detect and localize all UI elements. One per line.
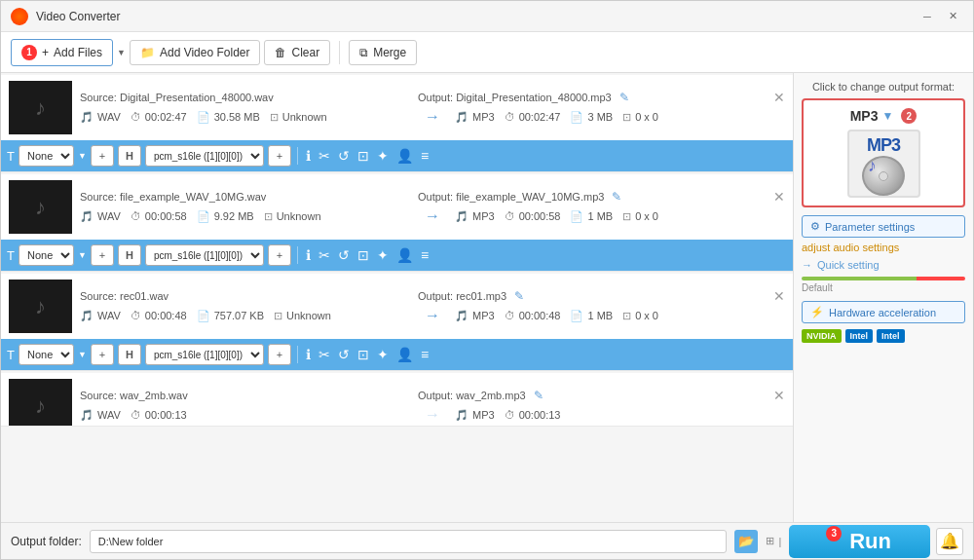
effect-dropdown-arrow[interactable]: ▼	[78, 350, 87, 359]
effects-icon[interactable]: ✦	[377, 148, 389, 164]
format-change-label: Click to change output format:	[802, 81, 965, 93]
edit-icon[interactable]: ✎	[619, 91, 629, 104]
subtitle-icon[interactable]: ≡	[421, 247, 429, 263]
encode-button[interactable]: H	[118, 244, 141, 266]
add-audio-button[interactable]: +	[268, 244, 291, 266]
output-size: 1 MB	[587, 310, 613, 321]
add-files-button[interactable]: 1 + Add Files	[11, 39, 113, 66]
cut-icon[interactable]: ✂	[318, 347, 330, 362]
close-button[interactable]: ✕	[942, 6, 963, 27]
minimize-button[interactable]: ─	[917, 6, 938, 27]
effect-select[interactable]: None	[19, 344, 74, 365]
clock-icon: ⏱	[131, 210, 141, 222]
mp3-icon: 🎵	[455, 409, 468, 422]
output-path-input[interactable]	[90, 530, 728, 553]
disc-icon: ♪	[862, 156, 905, 196]
add-video-folder-button[interactable]: 📁 Add Video Folder	[130, 40, 261, 65]
edit-icon[interactable]: ✎	[612, 190, 621, 204]
app-icon	[11, 8, 28, 25]
file-item: ♪ Source: file_example_WAV_10MG.wav Outp…	[1, 174, 793, 272]
add-audio-button[interactable]: +	[268, 344, 291, 365]
separator	[297, 147, 298, 165]
watermark-icon[interactable]: 👤	[396, 148, 413, 164]
merge-button[interactable]: ⧉ Merge	[349, 40, 417, 65]
source-label: Source: Digital_Presentation_48000.wav	[80, 92, 274, 103]
wav-icon: 🎵	[80, 210, 94, 223]
dims-icon: ⊡	[270, 111, 279, 124]
effect-dropdown-arrow[interactable]: ▼	[78, 250, 87, 260]
intel-badge: Intel	[845, 329, 874, 343]
clear-button[interactable]: 🗑 Clear	[264, 40, 330, 65]
clock-icon-out: ⏱	[505, 111, 515, 123]
rotate-icon[interactable]: ↺	[338, 347, 350, 362]
format-dropdown-icon[interactable]: ▼	[881, 109, 893, 123]
add-effect-button[interactable]: +	[91, 145, 114, 167]
bottom-icon-2[interactable]: |	[778, 536, 781, 547]
encode-button[interactable]: H	[118, 344, 141, 365]
subtitle-icon[interactable]: ≡	[421, 148, 429, 164]
source-size: 9.92 MB	[214, 210, 254, 222]
text-icon: T	[7, 248, 15, 263]
quick-setting-label: Quick setting	[817, 259, 880, 271]
clock-icon-out: ⏱	[505, 409, 515, 421]
remove-file-button[interactable]: ✕	[773, 90, 785, 105]
alarm-button[interactable]: 🔔	[936, 528, 963, 555]
effects-icon[interactable]: ✦	[377, 347, 389, 362]
output-label: Output: rec01.mp3	[418, 290, 506, 302]
parameter-settings-button[interactable]: ⚙ Parameter settings	[802, 215, 965, 238]
mp3-icon: 🎵	[455, 310, 468, 322]
source-format: WAV	[97, 310, 121, 321]
out-size-icon: 📄	[570, 310, 583, 322]
info-icon[interactable]: ℹ	[306, 247, 311, 263]
output-dims: 0 x 0	[635, 210, 658, 222]
edit-icon[interactable]: ✎	[534, 389, 543, 402]
file-list: ♪ Source: Digital_Presentation_48000.wav…	[1, 73, 793, 522]
audio-codec-select[interactable]: pcm_s16le ([1][0][0])	[145, 244, 264, 266]
toolbar-separator	[339, 41, 340, 64]
source-dims: Unknown	[282, 111, 327, 123]
output-duration: 00:02:47	[519, 111, 561, 123]
watermark-icon[interactable]: 👤	[396, 347, 413, 362]
rotate-icon[interactable]: ↺	[338, 247, 350, 263]
controls-bar: T None ▼ + H pcm_s16le ([1][0][0]) + ℹ ✂…	[1, 240, 793, 271]
crop-icon[interactable]: ⊡	[357, 148, 369, 164]
out-dims-icon: ⊡	[622, 111, 631, 124]
audio-codec-select[interactable]: pcm_s16le ([1][0][0])	[145, 344, 264, 365]
add-audio-button[interactable]: +	[268, 145, 291, 167]
wav-icon: 🎵	[80, 409, 94, 422]
audio-codec-select[interactable]: pcm_s16le ([1][0][0])	[145, 145, 264, 167]
quick-setting-link[interactable]: → Quick setting	[802, 259, 965, 271]
rotate-icon[interactable]: ↺	[338, 148, 350, 164]
subtitle-icon[interactable]: ≡	[421, 347, 429, 362]
quality-slider[interactable]	[802, 277, 965, 280]
info-icon[interactable]: ℹ	[306, 148, 311, 164]
cut-icon[interactable]: ✂	[318, 148, 330, 164]
effect-select[interactable]: None	[19, 145, 74, 167]
format-box[interactable]: MP3 ▼ 2 MP3 ♪	[802, 98, 965, 207]
add-effect-button[interactable]: +	[91, 344, 114, 365]
effects-icon[interactable]: ✦	[377, 247, 389, 263]
run-button[interactable]: 3 Run	[789, 525, 930, 558]
remove-file-button[interactable]: ✕	[773, 388, 785, 403]
wav-icon: 🎵	[80, 111, 94, 124]
browse-folder-button[interactable]: 📂	[734, 530, 758, 553]
hardware-acceleration-button[interactable]: ⚡ Hardware acceleration	[802, 301, 965, 323]
encode-button[interactable]: H	[118, 145, 141, 167]
file-thumbnail: ♪	[9, 379, 72, 427]
add-effect-button[interactable]: +	[91, 244, 114, 266]
info-icon[interactable]: ℹ	[306, 347, 311, 362]
effect-select[interactable]: None	[19, 244, 74, 266]
crop-icon[interactable]: ⊡	[357, 247, 369, 263]
output-duration: 00:00:48	[519, 310, 561, 321]
cut-icon[interactable]: ✂	[318, 247, 330, 263]
watermark-icon[interactable]: 👤	[396, 247, 413, 263]
remove-file-button[interactable]: ✕	[773, 288, 785, 304]
crop-icon[interactable]: ⊡	[357, 347, 369, 362]
effect-dropdown-arrow[interactable]: ▼	[78, 151, 87, 161]
bottom-icon-1[interactable]: ⊞	[766, 535, 774, 547]
remove-file-button[interactable]: ✕	[773, 189, 785, 205]
source-label: Source: rec01.wav	[80, 290, 169, 302]
edit-icon[interactable]: ✎	[514, 289, 524, 303]
add-dropdown-arrow[interactable]: ▼	[117, 48, 126, 57]
main-content: ♪ Source: Digital_Presentation_48000.wav…	[1, 73, 973, 522]
